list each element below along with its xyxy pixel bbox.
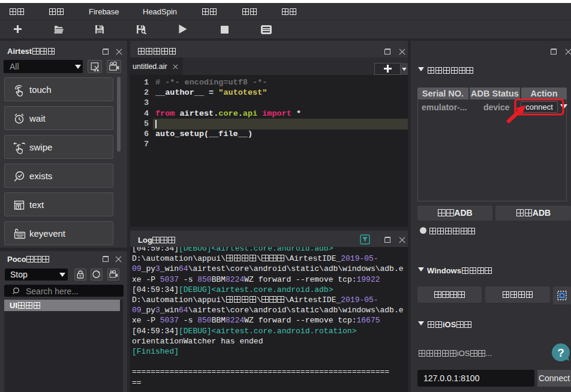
svg-text:?: ? xyxy=(557,346,564,359)
